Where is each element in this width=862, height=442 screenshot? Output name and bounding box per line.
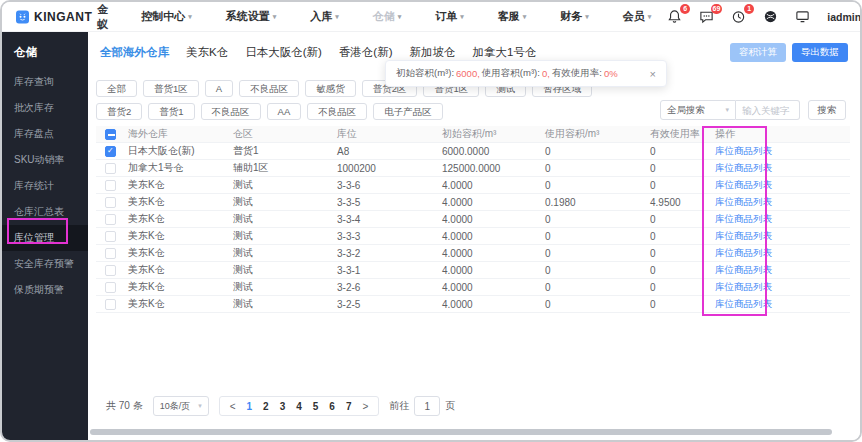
goto-page-input[interactable]	[414, 396, 440, 416]
cell-warehouse: 美东K仓	[124, 212, 229, 226]
select-all-checkbox[interactable]	[105, 129, 116, 140]
location-products-link[interactable]: 库位商品列表	[715, 196, 772, 207]
cell-warehouse: 美东K仓	[124, 178, 229, 192]
message-icon[interactable]: 69	[699, 9, 715, 25]
location-products-link[interactable]: 库位商品列表	[715, 298, 772, 309]
location-products-link[interactable]: 库位商品列表	[715, 281, 772, 292]
page-number[interactable]: 7	[346, 401, 352, 412]
username[interactable]: iadmin	[827, 11, 861, 23]
col-initial-volume: 初始容积/m³	[438, 127, 541, 141]
cell-initial: 4.0000	[438, 299, 541, 310]
zone-chip[interactable]: 敏感货	[305, 80, 356, 97]
zone-chip[interactable]: 不良品区	[239, 80, 299, 97]
globe-glyph	[763, 9, 778, 24]
row-checkbox[interactable]	[105, 231, 116, 242]
prev-page-button[interactable]: <	[230, 401, 236, 412]
zone-chip[interactable]: 普货1区	[143, 80, 199, 97]
row-checkbox[interactable]	[105, 197, 116, 208]
zone-chip[interactable]: 普货1	[148, 103, 194, 120]
location-products-link[interactable]: 库位商品列表	[715, 213, 772, 224]
nav-item-membership[interactable]: 会员▾	[623, 9, 652, 24]
tab-all-overseas[interactable]: 全部海外仓库	[100, 45, 169, 60]
page-size-select[interactable]: 10条/页 ▾	[153, 396, 209, 416]
cell-used: 0.1980	[541, 197, 646, 208]
zone-chip[interactable]: 电子产品区	[373, 103, 443, 120]
zone-chip[interactable]: 不良品区	[201, 103, 261, 120]
close-icon[interactable]: ×	[642, 68, 656, 80]
nav-item-customer-service[interactable]: 客服▾	[498, 9, 527, 24]
nav-item-orders[interactable]: 订单▾	[435, 9, 464, 24]
tab-canada-1[interactable]: 加拿大1号仓	[473, 45, 537, 60]
sidebar-item-shelf-life-alert[interactable]: 保质期预警	[2, 277, 88, 303]
export-data-button[interactable]: 导出数据	[792, 43, 848, 62]
tab-singapore[interactable]: 新加坡仓	[410, 45, 456, 60]
page-number[interactable]: 2	[263, 401, 269, 412]
horizontal-scrollbar[interactable]	[90, 429, 832, 435]
page-number[interactable]: 1	[247, 401, 253, 412]
navbar-right: 6 69 1	[651, 9, 861, 25]
row-checkbox[interactable]	[105, 163, 116, 174]
location-products-link[interactable]: 库位商品列表	[715, 145, 772, 156]
sidebar-item-warehouse-summary[interactable]: 仓库汇总表	[2, 199, 88, 225]
popover-label-initial: 初始容积(m³):	[396, 67, 454, 80]
nav-item-control-center[interactable]: 控制中心▾	[141, 9, 192, 24]
nav-item-system-settings[interactable]: 系统设置▾	[226, 9, 277, 24]
sidebar-item-sku-turnover[interactable]: SKU动销率	[2, 147, 88, 173]
next-page-button[interactable]: >	[362, 401, 368, 412]
cell-zone: 测试	[229, 178, 333, 192]
row-checkbox[interactable]	[105, 265, 116, 276]
zone-chip[interactable]: AA	[267, 103, 302, 120]
toolbar-actions: 容积计算 导出数据	[730, 43, 848, 62]
cell-rate: 0	[646, 180, 711, 191]
row-checkbox[interactable]	[105, 299, 116, 310]
top-navbar: KINGANT 金蚁 控制中心▾ 系统设置▾ 入库▾ 仓储▾ 订单▾ 客服▾ 财…	[2, 2, 860, 32]
zone-chip[interactable]: A	[205, 80, 233, 97]
popover-label-used: 使用容积(m³):	[482, 67, 540, 80]
chevron-down-icon: ▾	[725, 106, 729, 114]
search-input[interactable]	[736, 100, 800, 120]
globe-icon[interactable]	[763, 9, 779, 25]
page-number[interactable]: 3	[280, 401, 286, 412]
zone-chip[interactable]: 全部	[96, 80, 137, 97]
sidebar-item-location-management[interactable]: 库位管理	[2, 225, 88, 251]
nav-item-label: 系统设置	[226, 9, 270, 24]
location-products-link[interactable]: 库位商品列表	[715, 162, 772, 173]
app-window: KINGANT 金蚁 控制中心▾ 系统设置▾ 入库▾ 仓储▾ 订单▾ 客服▾ 财…	[0, 0, 862, 442]
tab-hongkong-new[interactable]: 香港仓(新)	[339, 45, 393, 60]
nav-item-inbound[interactable]: 入库▾	[310, 9, 339, 24]
tab-us-east-k[interactable]: 美东K仓	[186, 45, 228, 60]
zone-chip[interactable]: 不良品区	[307, 103, 367, 120]
row-checkbox[interactable]	[105, 180, 116, 191]
timer-icon[interactable]: 1	[731, 9, 747, 25]
cell-zone: 测试	[229, 297, 333, 311]
page-number[interactable]: 4	[296, 401, 302, 412]
volume-calc-button[interactable]: 容积计算	[730, 43, 786, 62]
page-number[interactable]: 6	[329, 401, 335, 412]
location-products-link[interactable]: 库位商品列表	[715, 264, 772, 275]
location-products-link[interactable]: 库位商品列表	[715, 230, 772, 241]
nav-item-warehousing[interactable]: 仓储▾	[373, 9, 402, 24]
sidebar-item-safety-stock-alert[interactable]: 安全库存预警	[2, 251, 88, 277]
bell-icon[interactable]: 6	[667, 9, 683, 25]
row-checkbox[interactable]	[105, 248, 116, 259]
zone-chip[interactable]: 普货2	[96, 103, 142, 120]
cell-rate: 0	[646, 146, 711, 157]
search-scope-select[interactable]: 全局搜索 ▾	[660, 100, 736, 120]
brand-logo[interactable]: KINGANT 金蚁	[16, 2, 113, 32]
row-checkbox[interactable]	[105, 146, 116, 157]
tab-japan-osaka-new[interactable]: 日本大阪仓(新)	[245, 45, 322, 60]
nav-item-finance[interactable]: 财务▾	[560, 9, 589, 24]
sidebar-item-stocktaking[interactable]: 库存盘点	[2, 121, 88, 147]
row-checkbox[interactable]	[105, 214, 116, 225]
chevron-down-icon: ▾	[398, 13, 402, 21]
cell-initial: 4.0000	[438, 231, 541, 242]
sidebar-item-batch-inventory[interactable]: 批次库存	[2, 95, 88, 121]
monitor-icon[interactable]	[795, 9, 811, 25]
page-number[interactable]: 5	[313, 401, 319, 412]
sidebar-item-inventory-query[interactable]: 库存查询	[2, 69, 88, 95]
search-button[interactable]: 搜索	[808, 100, 846, 120]
location-products-link[interactable]: 库位商品列表	[715, 179, 772, 190]
location-products-link[interactable]: 库位商品列表	[715, 247, 772, 258]
row-checkbox[interactable]	[105, 282, 116, 293]
sidebar-item-inventory-stats[interactable]: 库存统计	[2, 173, 88, 199]
